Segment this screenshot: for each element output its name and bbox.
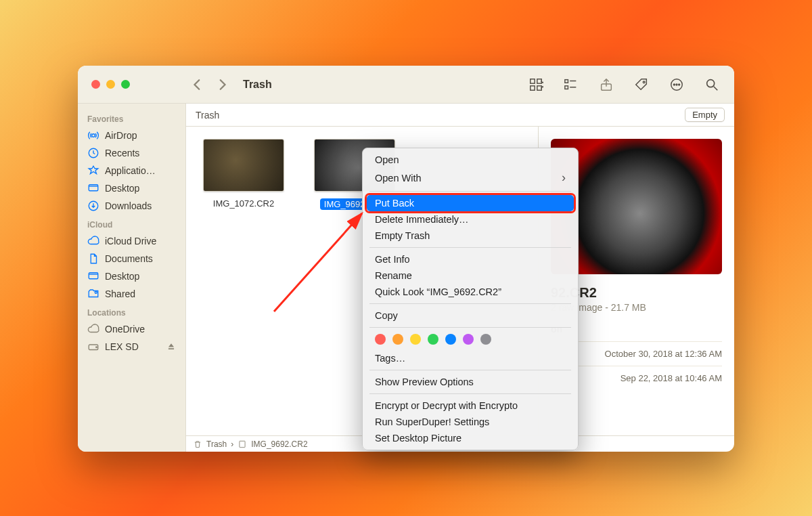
clock-icon	[87, 147, 99, 159]
sidebar-item-shared[interactable]: Shared	[78, 285, 185, 303]
svg-point-12	[676, 84, 677, 85]
menu-tags[interactable]: Tags…	[363, 350, 578, 366]
menu-show-preview-options[interactable]: Show Preview Options	[363, 374, 578, 390]
action-menu-icon[interactable]	[669, 77, 684, 92]
path-segment[interactable]: Trash	[206, 439, 227, 449]
sidebar-heading: Locations	[78, 303, 185, 320]
tag-gray[interactable]	[480, 334, 491, 345]
svg-point-23	[95, 291, 97, 293]
menu-superduper[interactable]: Run SuperDuper! Settings	[363, 414, 578, 430]
trash-icon	[193, 439, 202, 449]
disk-icon	[87, 341, 99, 353]
eject-icon[interactable]	[166, 342, 176, 351]
tag-icon[interactable]	[634, 77, 649, 92]
view-icon-grid[interactable]	[528, 77, 543, 92]
svg-rect-18	[89, 185, 98, 191]
context-menu: Open Open With Put Back Delete Immediate…	[362, 148, 579, 450]
downloads-icon	[87, 200, 99, 212]
sidebar-item-airdrop[interactable]: AirDrop	[78, 127, 185, 144]
tag-purple[interactable]	[463, 334, 474, 345]
sidebar-item-documents[interactable]: Documents	[78, 250, 185, 267]
menu-copy[interactable]: Copy	[363, 307, 578, 324]
menu-put-back[interactable]: Put Back	[367, 195, 574, 211]
sidebar-item-label: Desktop	[105, 271, 139, 282]
apps-icon	[87, 165, 99, 177]
sidebar-item-label: Downloads	[105, 200, 152, 211]
group-by-icon[interactable]	[564, 77, 579, 92]
sidebar: Favorites AirDrop Recents Applicatio… De…	[78, 104, 186, 452]
sidebar-item-downloads[interactable]: Downloads	[78, 197, 185, 215]
tag-green[interactable]	[428, 334, 438, 345]
file-icon	[238, 439, 247, 449]
location-bar: Trash Empty	[186, 104, 734, 127]
menu-rename[interactable]: Rename	[363, 267, 578, 284]
svg-rect-4	[565, 79, 568, 83]
share-icon[interactable]	[599, 77, 614, 92]
menu-open-with[interactable]: Open With	[363, 168, 578, 188]
nav-buttons	[191, 79, 228, 91]
tag-red[interactable]	[375, 334, 386, 345]
sidebar-item-label: Applicatio…	[105, 165, 156, 176]
minimize-window[interactable]	[106, 80, 115, 89]
tag-blue[interactable]	[445, 334, 456, 345]
svg-point-11	[673, 84, 675, 85]
tag-orange[interactable]	[392, 334, 403, 345]
svg-rect-26	[240, 441, 245, 447]
sidebar-item-desktop[interactable]: Desktop	[78, 179, 185, 197]
svg-point-13	[679, 84, 680, 85]
svg-rect-21	[89, 273, 98, 279]
path-sep: ›	[231, 439, 233, 449]
traffic-lights	[78, 80, 186, 89]
empty-trash-button[interactable]: Empty	[685, 108, 725, 122]
location-title: Trash	[196, 110, 219, 121]
svg-point-14	[707, 79, 715, 87]
desktop-icon	[87, 270, 99, 282]
svg-point-9	[643, 81, 645, 83]
sidebar-item-label: OneDrive	[105, 324, 145, 335]
back-icon[interactable]	[191, 79, 204, 91]
sidebar-item-label: AirDrop	[105, 130, 137, 141]
close-window[interactable]	[91, 80, 100, 89]
sidebar-item-label: Desktop	[105, 183, 139, 194]
menu-set-desktop-picture[interactable]: Set Desktop Picture	[363, 430, 578, 446]
sidebar-item-desktop-cloud[interactable]: Desktop	[78, 267, 185, 285]
search-icon[interactable]	[704, 77, 719, 92]
sidebar-item-recents[interactable]: Recents	[78, 144, 185, 162]
menu-encrypt[interactable]: Encrypt or Decrypt with Encrypto	[363, 397, 578, 414]
toolbar-actions	[528, 77, 734, 92]
zoom-window[interactable]	[121, 80, 130, 89]
sidebar-item-lexsd[interactable]: LEX SD	[78, 338, 185, 356]
shared-folder-icon	[87, 288, 99, 300]
desktop-icon	[87, 182, 99, 194]
menu-empty-trash[interactable]: Empty Trash	[363, 228, 578, 244]
menu-open[interactable]: Open	[363, 152, 578, 168]
sidebar-item-label: Recents	[105, 148, 139, 158]
airdrop-icon	[87, 129, 99, 142]
svg-rect-0	[531, 79, 535, 83]
menu-tag-colors	[363, 331, 578, 350]
tag-yellow[interactable]	[410, 334, 421, 345]
toolbar: Trash	[78, 66, 734, 104]
menu-get-info[interactable]: Get Info	[363, 251, 578, 267]
svg-point-16	[92, 134, 95, 137]
sidebar-item-label: LEX SD	[105, 341, 139, 352]
menu-delete-immediately[interactable]: Delete Immediately…	[363, 211, 578, 228]
sidebar-item-applications[interactable]: Applicatio…	[78, 162, 185, 179]
svg-rect-2	[531, 85, 535, 89]
forward-icon[interactable]	[216, 79, 228, 91]
sidebar-item-label: Shared	[105, 288, 135, 299]
sidebar-item-onedrive[interactable]: OneDrive	[78, 320, 185, 338]
sidebar-item-label: iCloud Drive	[105, 236, 156, 246]
window-title: Trash	[243, 79, 272, 91]
sidebar-heading: Favorites	[78, 109, 185, 127]
file-item[interactable]: IMG_1072.CR2	[200, 139, 288, 209]
sidebar-item-label: Documents	[105, 253, 153, 264]
path-segment[interactable]: IMG_9692.CR2	[251, 439, 307, 449]
cloud-icon	[87, 323, 99, 335]
document-icon	[87, 253, 99, 265]
file-name: IMG_1072.CR2	[213, 198, 274, 209]
menu-quick-look[interactable]: Quick Look “IMG_9692.CR2”	[363, 284, 578, 300]
sidebar-item-iclouddrive[interactable]: iCloud Drive	[78, 232, 185, 250]
cloud-icon	[87, 235, 99, 247]
sidebar-heading: iCloud	[78, 215, 185, 232]
